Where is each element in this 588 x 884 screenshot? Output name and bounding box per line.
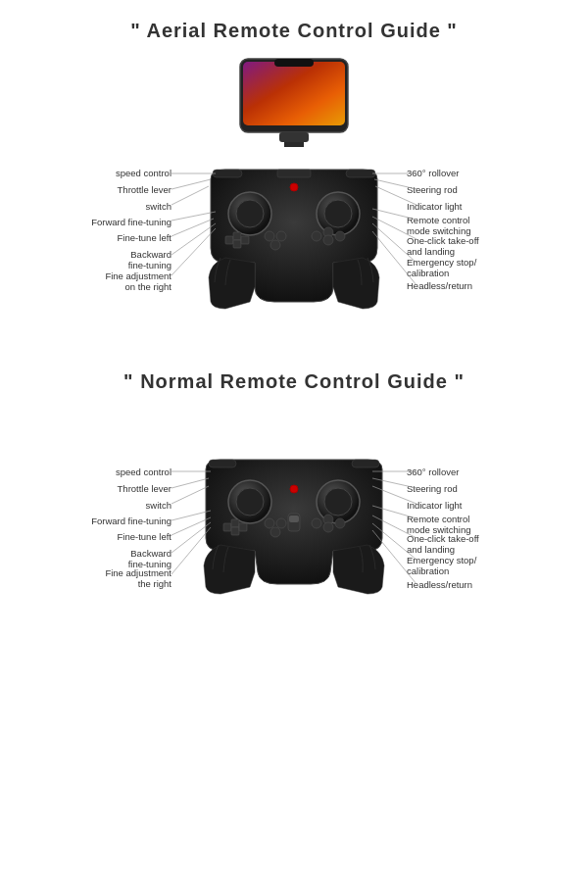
svg-rect-12 [233,240,241,248]
aerial-controller-svg [172,150,416,321]
phone-svg [225,57,363,155]
label-emergency-aerial: Emergency stop/calibration [407,257,476,279]
svg-point-56 [335,518,345,528]
svg-rect-23 [213,170,242,177]
svg-point-9 [324,200,352,227]
svg-rect-44 [231,519,239,527]
label-speed-control-aerial: speed control [116,168,172,178]
svg-point-48 [276,518,286,528]
svg-point-42 [324,488,352,516]
svg-point-49 [270,527,280,537]
label-throttle-normal: Throttle lever [118,483,172,494]
label-fine-adj-aerial: Fine adjustmenton the right [105,270,172,293]
svg-point-21 [335,231,345,241]
svg-point-47 [265,518,274,528]
svg-point-18 [312,231,321,241]
svg-point-20 [323,235,333,245]
aerial-left-labels: speed control Throttle lever switch Forw… [20,57,172,341]
normal-right-labels: 360° rollover Steering rod Indicator lig… [407,408,568,643]
svg-rect-52 [289,516,299,522]
svg-rect-5 [284,142,304,147]
label-emergency-normal: Emergency stop/calibration [407,555,476,577]
svg-rect-57 [209,460,236,467]
label-throttle-aerial: Throttle lever [118,184,172,195]
svg-rect-43 [223,523,231,531]
svg-rect-3 [274,59,314,67]
svg-rect-10 [225,236,233,244]
svg-rect-11 [233,232,241,240]
label-fine-adj-normal: Fine adjustmentthe right [105,567,172,590]
normal-controller-svg [172,435,416,607]
svg-point-40 [236,488,264,516]
label-finetune-left-aerial: Fine-tune left [118,232,172,243]
svg-rect-4 [279,132,309,142]
label-switch-aerial: switch [146,201,172,212]
label-headless-normal: Headless/return [407,579,472,590]
svg-point-17 [290,183,298,191]
svg-point-7 [236,200,264,227]
svg-rect-58 [352,460,379,467]
label-speed-control-normal: speed control [116,467,172,477]
normal-section: " Normal Remote Control Guide " speed co… [0,370,588,643]
label-takeoff-aerial: One-click take-offand landing [407,235,479,258]
svg-rect-46 [239,523,247,531]
normal-diagram: speed control Throttle lever switch Forw… [20,408,568,643]
aerial-title: " Aerial Remote Control Guide " [130,20,458,42]
normal-controller-area [172,408,416,633]
label-takeoff-normal: One-click take-offand landing [407,533,479,556]
svg-rect-2 [243,62,345,125]
label-backward-aerial: Backwardfine-tuning [128,249,172,271]
svg-point-16 [270,240,280,250]
svg-rect-45 [231,527,239,535]
normal-title: " Normal Remote Control Guide " [123,370,465,393]
svg-rect-24 [346,170,375,177]
svg-point-55 [323,522,333,532]
aerial-right-labels: 360° rollover Steering rod Indicator lig… [407,57,568,341]
label-forward-normal: Forward fine-tuning [91,516,172,526]
normal-left-labels: speed control Throttle lever switch Forw… [20,408,172,643]
aerial-diagram: speed control Throttle lever switch Forw… [20,57,568,341]
svg-rect-13 [241,236,249,244]
label-finetune-left-normal: Fine-tune left [118,531,172,542]
label-headless-aerial: Headless/return [407,280,472,291]
aerial-controller-area [172,57,416,341]
svg-point-14 [265,231,274,241]
svg-rect-22 [277,170,311,177]
aerial-section: " Aerial Remote Control Guide " speed co… [0,20,588,341]
page: " Aerial Remote Control Guide " speed co… [0,0,588,692]
label-switch-normal: switch [146,500,172,511]
svg-point-53 [312,518,321,528]
svg-point-50 [290,485,298,493]
label-forward-aerial: Forward fine-tuning [91,217,172,227]
svg-point-15 [276,231,286,241]
